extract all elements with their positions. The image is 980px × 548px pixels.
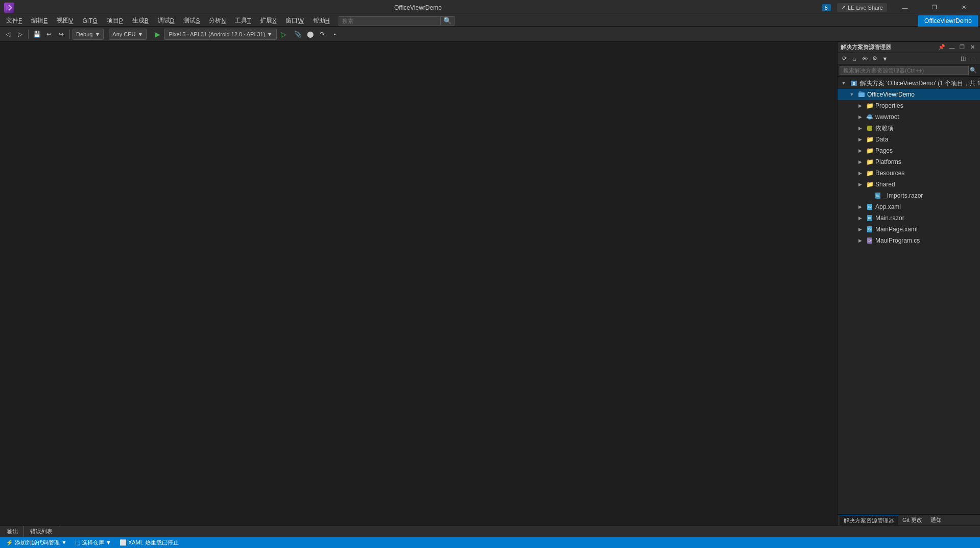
status-bar-left: ⚡ 添加到源代码管理 ▼ ⬚ 选择仓库 ▼ ⬜ XAML 热重载已停止 xyxy=(4,539,181,546)
menu-build[interactable]: 生成B xyxy=(128,15,153,27)
solution-label: 解决方案 'OfficeViewrDemo' (1 个项目，共 1 个) xyxy=(860,79,980,88)
run-button[interactable]: ▶ xyxy=(152,29,163,40)
status-select-repo[interactable]: ⬚ 选择仓库 ▼ xyxy=(73,539,113,546)
tree-node-wwwroot[interactable]: www wwwroot xyxy=(838,111,980,123)
platform-arrow: ▼ xyxy=(138,31,144,37)
se-close-button[interactable]: ✕ xyxy=(968,43,977,52)
menu-edit[interactable]: 编辑E xyxy=(27,15,52,27)
tree-node-mainpage-xaml[interactable]: XM MainPage.xaml xyxy=(838,224,980,235)
se-toolbar-show-all-button[interactable]: 👁 xyxy=(860,54,869,63)
tree-node-data[interactable]: 📁 Data xyxy=(838,134,980,145)
toolbar-back-button[interactable]: ◁ xyxy=(2,29,13,40)
se-title-bar: 解决方案资源管理器 📌 — ❐ ✕ xyxy=(838,42,980,53)
restore-button[interactable]: ❐ xyxy=(923,0,946,15)
tree-node-pages[interactable]: 📁 Pages xyxy=(838,145,980,156)
tree-node-dependencies[interactable]: 依赖项 xyxy=(838,123,980,134)
se-search-icon[interactable]: 🔍 xyxy=(969,66,978,75)
platforms-label: Platforms xyxy=(875,158,901,165)
status-xaml-hot-reload[interactable]: ⬜ XAML 热重载已停止 xyxy=(117,539,181,546)
project-node[interactable]: OfficeViewrDemo xyxy=(838,89,980,100)
app-xaml-expander[interactable] xyxy=(856,203,864,211)
se-minimize-button[interactable]: — xyxy=(947,43,957,52)
se-toolbar-preview-button[interactable]: ◫ xyxy=(959,54,968,63)
tree-node-properties[interactable]: 📁 Properties xyxy=(838,100,980,111)
tree-node-imports-razor[interactable]: RZ _Imports.razor xyxy=(838,190,980,201)
tree-node-main-razor[interactable]: RZ Main.razor xyxy=(838,212,980,224)
run-target-arrow: ▼ xyxy=(267,31,272,37)
run-no-debug-button[interactable]: ▷ xyxy=(278,29,289,40)
se-toolbar-home-button[interactable]: ⌂ xyxy=(850,54,859,63)
toolbar-more-button[interactable]: ▪ xyxy=(329,29,340,40)
run-target-button[interactable]: Pixel 5 · API 31 (Android 12.0 · API 31)… xyxy=(164,29,277,40)
se-toolbar-sync-button[interactable]: ⟳ xyxy=(840,54,849,63)
se-tab-notifications[interactable]: 通知 xyxy=(926,515,946,526)
minimize-button[interactable]: — xyxy=(893,0,917,15)
solution-node[interactable]: S 解决方案 'OfficeViewrDemo' (1 个项目，共 1 个) xyxy=(838,78,980,89)
status-source-control[interactable]: ⚡ 添加到源代码管理 ▼ xyxy=(4,539,69,546)
solution-tree: S 解决方案 'OfficeViewrDemo' (1 个项目，共 1 个) O… xyxy=(838,77,980,514)
menu-debug[interactable]: 调试D xyxy=(154,15,179,27)
data-expander[interactable] xyxy=(856,135,864,144)
tab-error-list[interactable]: 错误列表 xyxy=(25,526,58,537)
pages-expander[interactable] xyxy=(856,147,864,155)
toolbar-save-button[interactable]: 💾 xyxy=(31,29,42,40)
menu-extensions[interactable]: 扩展X xyxy=(256,15,280,27)
toolbar-redo-button[interactable]: ↪ xyxy=(56,29,67,40)
menu-window[interactable]: 窗口W xyxy=(281,15,307,27)
se-toolbar-settings-button[interactable]: ⚙ xyxy=(870,54,879,63)
toolbar: ◁ ▷ 💾 ↩ ↪ Debug ▼ Any CPU ▼ ▶ Pixel 5 · … xyxy=(0,27,980,42)
solution-expander[interactable] xyxy=(840,79,848,87)
se-toolbar-filter-button[interactable]: ▼ xyxy=(880,54,890,63)
se-search-input[interactable] xyxy=(840,66,969,75)
wwwroot-expander[interactable] xyxy=(856,113,864,121)
platform-dropdown[interactable]: Any CPU ▼ xyxy=(109,29,147,40)
debug-config-label: Debug xyxy=(76,31,92,37)
main-razor-expander[interactable] xyxy=(856,214,864,222)
close-button[interactable]: ✕ xyxy=(952,0,976,15)
menu-help[interactable]: 帮助H xyxy=(309,15,334,27)
menu-project[interactable]: 项目P xyxy=(103,15,127,27)
mainpage-xaml-expander[interactable] xyxy=(856,225,864,233)
mauiprogram-cs-expander[interactable] xyxy=(856,236,864,245)
live-share-button[interactable]: ↗ LE Live Share xyxy=(837,3,887,12)
toolbar-forward-button[interactable]: ▷ xyxy=(14,29,26,40)
status-bar: ⚡ 添加到源代码管理 ▼ ⬚ 选择仓库 ▼ ⬜ XAML 热重载已停止 xyxy=(0,537,980,548)
global-search-button[interactable]: 🔍 xyxy=(441,16,455,26)
toolbar-attach-button[interactable]: 📎 xyxy=(292,29,303,40)
shared-expander[interactable] xyxy=(856,180,864,188)
menu-analyze[interactable]: 分析N xyxy=(205,15,230,27)
tree-node-mauiprogram-cs[interactable]: C# MauiProgram.cs xyxy=(838,235,980,246)
tree-node-resources[interactable]: 📁 Resources xyxy=(838,168,980,179)
se-maximize-button[interactable]: ❐ xyxy=(958,43,967,52)
debug-config-arrow: ▼ xyxy=(94,31,100,37)
notification-badge[interactable]: 8 xyxy=(822,4,831,11)
svg-text:RZ: RZ xyxy=(876,194,880,197)
properties-expander[interactable] xyxy=(856,102,864,110)
menu-view[interactable]: 视图V xyxy=(53,15,77,27)
dependencies-expander[interactable] xyxy=(856,124,864,132)
toolbar-step-over-button[interactable]: ↷ xyxy=(317,29,328,40)
project-expander[interactable] xyxy=(848,90,856,99)
resources-expander[interactable] xyxy=(856,169,864,177)
se-tab-solution-explorer[interactable]: 解决方案资源管理器 xyxy=(840,515,898,526)
menu-file[interactable]: 文件F xyxy=(2,15,26,27)
se-tab-git-changes[interactable]: Git 更改 xyxy=(898,515,926,526)
platforms-expander[interactable] xyxy=(856,158,864,166)
se-title-icons: 📌 — ❐ ✕ xyxy=(937,43,977,52)
debug-config-dropdown[interactable]: Debug ▼ xyxy=(73,29,104,40)
toolbar-undo-button[interactable]: ↩ xyxy=(43,29,55,40)
menu-git[interactable]: GITG xyxy=(78,15,101,27)
menu-tools[interactable]: 工具T xyxy=(231,15,255,27)
se-toolbar-collapse-button[interactable]: ≡ xyxy=(969,54,978,63)
se-pin-button[interactable]: 📌 xyxy=(937,43,946,52)
title-bar: OfficeViewrDemo 8 ↗ LE Live Share — ❐ ✕ xyxy=(0,0,980,15)
tree-node-app-xaml[interactable]: XM App.xaml xyxy=(838,201,980,212)
source-control-label: 添加到源代码管理 ▼ xyxy=(15,539,67,546)
tree-node-shared[interactable]: 📁 Shared xyxy=(838,179,980,190)
global-search-input[interactable] xyxy=(339,16,441,26)
toolbar-breakpoints-button[interactable]: ⬤ xyxy=(304,29,316,40)
tree-node-platforms[interactable]: 📁 Platforms xyxy=(838,156,980,168)
menu-test[interactable]: 测试S xyxy=(179,15,204,27)
tab-output[interactable]: 输出 xyxy=(2,526,24,537)
pages-label: Pages xyxy=(875,147,893,154)
